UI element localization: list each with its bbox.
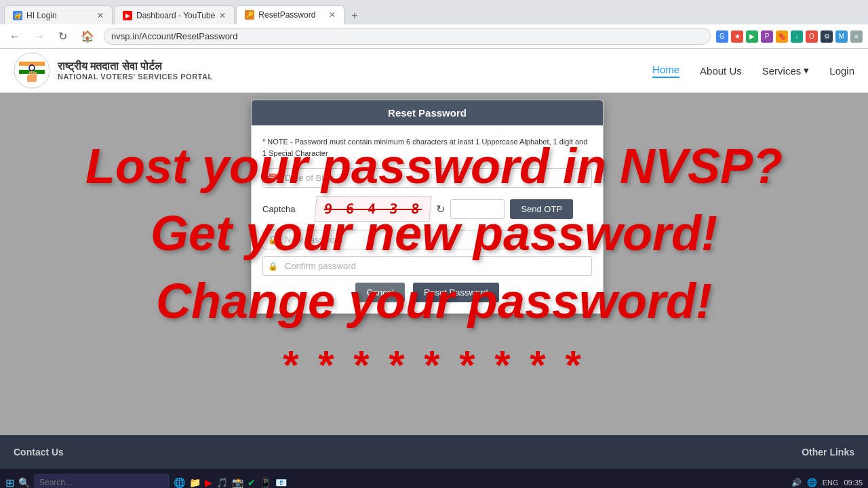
captcha-row: Captcha 9 6 4 3 8 ↻ Send OTP [262, 196, 592, 222]
modal-title: Reset Password [252, 100, 603, 125]
tray-icon-2: 🌐 [807, 478, 817, 487]
taskbar-icon-7[interactable]: 📱 [260, 477, 271, 488]
site-footer: Contact Us Other Links [0, 435, 868, 469]
extension-icons: G ★ ▶ P 🔖 ↓ O ⚙ M ≡ [716, 30, 863, 43]
dob-input[interactable] [262, 168, 592, 188]
new-password-wrap: 🔒 [262, 230, 592, 249]
logo-image [14, 52, 51, 89]
nav-login[interactable]: Login [829, 65, 854, 77]
new-password-input[interactable] [262, 230, 592, 249]
browser-chrome: 🔐 HI Login ✕ ▶ Dashboard - YouTube ✕ 🔑 R… [0, 0, 868, 49]
reset-password-button[interactable]: Reset Password [413, 283, 499, 302]
confirm-password-row: 🔒 [262, 256, 592, 276]
nav-services-label: Services [762, 65, 802, 77]
footer-contact-heading: Contact Us [14, 447, 64, 458]
tab-icon-1: 🔐 [13, 11, 22, 20]
ext-icon-2[interactable]: ★ [731, 30, 743, 43]
new-password-row: 🔒 [262, 230, 592, 249]
tab-hi-login[interactable]: 🔐 HI Login ✕ [4, 5, 113, 24]
ext-icon-6[interactable]: ↓ [791, 30, 803, 43]
taskbar: ⊞ 🔍 🌐 📁 ▶ 🎵 📸 ✔ 📱 📧 🔊 🌐 ENG 09:35 [0, 469, 868, 488]
lock-icon-confirm: 🔒 [268, 262, 278, 271]
site-header: राष्ट्रीय मतदाता सेवा पोर्टल NATIONAL VO… [0, 49, 868, 93]
tab-title-3: ResetPassword [258, 10, 325, 20]
taskbar-icon-6[interactable]: ✔ [248, 477, 256, 488]
logo-hindi: राष्ट्रीय मतदाता सेवा पोर्टल [58, 60, 213, 73]
taskbar-icon-5[interactable]: 📸 [232, 477, 243, 488]
dob-input-wrap: 📅 [262, 168, 592, 188]
ext-icon-10[interactable]: ≡ [850, 30, 863, 43]
ext-icon-9[interactable]: M [835, 30, 848, 43]
ext-icon-8[interactable]: ⚙ [821, 30, 833, 43]
tray-lang: ENG [823, 479, 839, 487]
button-row: Cancel Reset Password [262, 283, 592, 302]
confirm-password-wrap: 🔒 [262, 256, 592, 276]
url-bar[interactable] [104, 28, 711, 45]
ext-icon-5[interactable]: 🔖 [776, 30, 788, 43]
chevron-down-icon: ▾ [804, 64, 809, 77]
captcha-refresh-icon[interactable]: ↻ [436, 203, 445, 216]
content-area: Reset Password * NOTE - Password must co… [0, 93, 868, 435]
tray-time: 09:35 [844, 479, 863, 487]
footer-other: Other Links [434, 446, 854, 458]
svg-rect-9 [35, 72, 37, 78]
taskbar-icon-3[interactable]: ▶ [205, 477, 212, 488]
footer-other-heading: Other Links [802, 447, 854, 458]
tab-title-1: HI Login [26, 11, 93, 20]
tab-close-3[interactable]: ✕ [329, 10, 336, 20]
nav-services[interactable]: Services ▾ [762, 64, 810, 77]
confirm-password-input[interactable] [262, 256, 592, 276]
taskbar-icon-2[interactable]: 📁 [189, 477, 201, 488]
website: राष्ट्रीय मतदाता सेवा पोर्टल NATIONAL VO… [0, 49, 868, 469]
tray-icon-1: 🔊 [791, 478, 802, 487]
new-tab-button[interactable]: + [346, 7, 363, 24]
address-bar: ← → ↻ 🏠 G ★ ▶ P 🔖 ↓ O ⚙ M ≡ [0, 24, 868, 49]
captcha-label: Captcha [262, 204, 310, 214]
forward-button[interactable]: → [30, 29, 49, 44]
tab-reset-password[interactable]: 🔑 ResetPassword ✕ [236, 5, 344, 24]
taskbar-right: 🔊 🌐 ENG 09:35 [791, 478, 863, 487]
modal-body: * NOTE - Password must contain minimum 6… [252, 125, 603, 313]
tab-icon-3: 🔑 [245, 10, 254, 20]
nav-about[interactable]: About Us [700, 65, 742, 77]
tab-close-2[interactable]: ✕ [219, 11, 226, 20]
cancel-button[interactable]: Cancel [355, 283, 404, 302]
footer-contact: Contact Us [14, 446, 434, 458]
svg-rect-2 [19, 66, 45, 70]
send-otp-button[interactable]: Send OTP [510, 199, 573, 219]
reset-password-modal: Reset Password * NOTE - Password must co… [251, 100, 604, 314]
tab-title-2: Dashboard - YouTube [136, 11, 215, 20]
tab-close-1[interactable]: ✕ [97, 11, 104, 20]
ext-icon-3[interactable]: ▶ [746, 30, 758, 43]
dob-row: 📅 [262, 168, 592, 188]
captcha-image: 9 6 4 3 8 [314, 196, 432, 222]
modal-note: * NOTE - Password must contain minimum 6… [262, 136, 592, 159]
taskbar-icon-4[interactable]: 🎵 [216, 477, 228, 488]
tab-icon-2: ▶ [123, 11, 132, 20]
tab-bar: 🔐 HI Login ✕ ▶ Dashboard - YouTube ✕ 🔑 R… [0, 0, 868, 24]
taskbar-icon-8[interactable]: 📧 [275, 477, 287, 488]
logo-area: राष्ट्रीय मतदाता सेवा पोर्टल NATIONAL VO… [14, 52, 213, 89]
svg-rect-7 [31, 70, 33, 78]
calendar-icon: 📅 [268, 174, 278, 183]
home-button[interactable]: 🏠 [77, 28, 98, 44]
windows-icon[interactable]: ⊞ [5, 476, 14, 489]
refresh-button[interactable]: ↻ [54, 28, 71, 44]
taskbar-icon-1[interactable]: 🌐 [174, 477, 185, 488]
back-button[interactable]: ← [5, 29, 24, 44]
ext-icon-1[interactable]: G [716, 30, 728, 43]
lock-icon-new: 🔒 [268, 235, 278, 245]
main-nav: Home About Us Services ▾ Login [652, 64, 854, 78]
svg-rect-6 [29, 71, 31, 78]
svg-rect-8 [33, 71, 35, 78]
ext-icon-7[interactable]: O [806, 30, 818, 43]
tab-youtube[interactable]: ▶ Dashboard - YouTube ✕ [114, 5, 235, 24]
logo-text: राष्ट्रीय मतदाता सेवा पोर्टल NATIONAL VO… [58, 60, 213, 81]
taskbar-search-input[interactable] [34, 474, 170, 488]
ext-icon-4[interactable]: P [761, 30, 773, 43]
logo-eng: NATIONAL VOTERS' SERVICES PORTAL [58, 73, 213, 81]
captcha-input[interactable] [450, 199, 505, 219]
nav-home[interactable]: Home [652, 64, 679, 78]
search-icon[interactable]: 🔍 [18, 477, 30, 488]
